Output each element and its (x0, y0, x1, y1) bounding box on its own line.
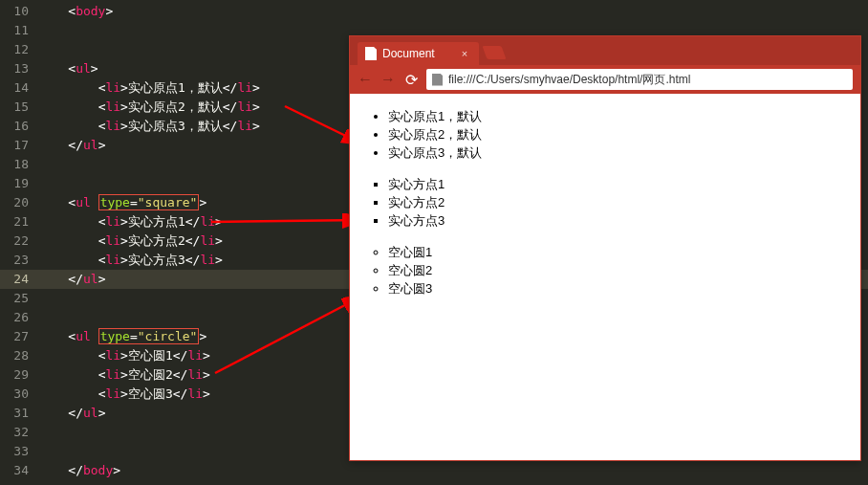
new-tab-button[interactable] (483, 46, 507, 59)
rendered-list-square: 实心方点1实心方点2实心方点3 (350, 175, 860, 230)
rendered-list-disc: 实心原点1，默认实心原点2，默认实心原点3，默认 (350, 107, 860, 162)
browser-window: Document × ← → ⟳ file:///C:/Users/smyhva… (349, 35, 861, 461)
browser-toolbar: ← → ⟳ file:///C:/Users/smyhvae/Desktop/h… (350, 65, 860, 94)
list-item: 空心圆1 (388, 243, 860, 261)
rendered-list-circle: 空心圆1空心圆2空心圆3 (350, 243, 860, 298)
list-item: 实心方点2 (388, 193, 860, 211)
list-item: 实心方点1 (388, 175, 860, 193)
forward-button[interactable]: → (380, 71, 396, 88)
browser-tab[interactable]: Document × (358, 42, 479, 65)
url-text: file:///C:/Users/smyhvae/Desktop/html/网页… (448, 72, 690, 88)
page-favicon-icon (365, 47, 377, 60)
page-icon (432, 74, 443, 86)
list-item: 空心圆3 (388, 279, 860, 298)
address-bar[interactable]: file:///C:/Users/smyhvae/Desktop/html/网页… (426, 69, 853, 90)
tab-close-icon[interactable]: × (462, 48, 467, 59)
svg-line-1 (211, 220, 361, 222)
list-item: 实心原点1，默认 (388, 107, 860, 125)
browser-page-content: 实心原点1，默认实心原点2，默认实心原点3，默认实心方点1实心方点2实心方点3空… (350, 94, 860, 298)
browser-tabstrip: Document × (350, 36, 860, 65)
list-item: 实心原点3，默认 (388, 143, 860, 162)
tab-title: Document (382, 47, 435, 60)
back-button[interactable]: ← (358, 71, 373, 88)
list-item: 实心方点3 (388, 211, 860, 230)
reload-button[interactable]: ⟳ (403, 71, 419, 89)
list-item: 空心圆2 (388, 261, 860, 279)
list-item: 实心原点2，默认 (388, 125, 860, 143)
svg-line-2 (215, 297, 361, 373)
